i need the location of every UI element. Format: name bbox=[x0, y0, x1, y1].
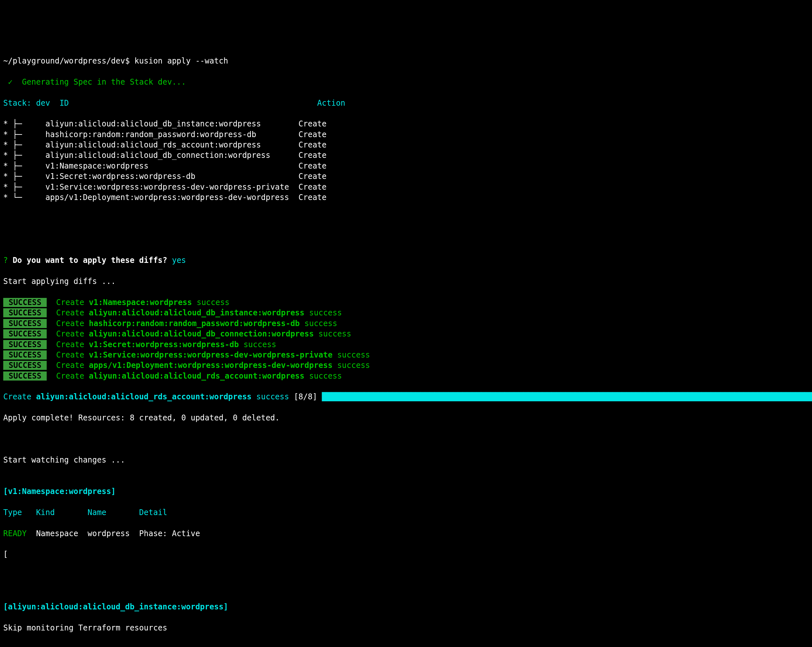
plan-row: * ├─ v1:Secret:wordpress:wordpress-db Cr… bbox=[3, 171, 809, 181]
success-badge: SUCCESS bbox=[3, 298, 47, 307]
success-badge: SUCCESS bbox=[3, 371, 47, 381]
table-row: READY Namespace wordpress Phase: Active bbox=[3, 528, 809, 539]
plan-row: * └─ apps/v1:Deployment:wordpress:wordpr… bbox=[3, 192, 809, 202]
generating-line: ✓ Generating Spec in the Stack dev... bbox=[3, 77, 809, 87]
success-rows: SUCCESS Create v1:Namespace:wordpress su… bbox=[3, 297, 809, 381]
success-row: SUCCESS Create v1:Secret:wordpress:wordp… bbox=[3, 339, 809, 350]
blank bbox=[3, 234, 809, 245]
prompt: ~/playground/wordpress/dev$ bbox=[3, 56, 134, 65]
section-title: [aliyun:alicloud:alicloud_db_instance:wo… bbox=[3, 601, 809, 612]
command: kusion apply --watch bbox=[134, 56, 228, 65]
success-row: SUCCESS Create v1:Namespace:wordpress su… bbox=[3, 297, 809, 308]
blank bbox=[3, 213, 809, 224]
prompt-line: ~/playground/wordpress/dev$ kusion apply… bbox=[3, 56, 809, 66]
plan-row: * ├─ aliyun:alicloud:alicloud_db_instanc… bbox=[3, 119, 809, 129]
plan-row: * ├─ aliyun:alicloud:alicloud_db_connect… bbox=[3, 150, 809, 160]
section-title: [v1:Namespace:wordpress] bbox=[3, 486, 809, 496]
plan-rows: * ├─ aliyun:alicloud:alicloud_db_instanc… bbox=[3, 119, 809, 202]
progress-bar: ████████████████████████████████████████… bbox=[322, 392, 812, 401]
plan-row: * ├─ aliyun:alicloud:alicloud_rds_accoun… bbox=[3, 140, 809, 150]
skip-msg: Skip monitoring Terraform resources bbox=[3, 623, 809, 633]
terminal[interactable]: ~/playground/wordpress/dev$ kusion apply… bbox=[3, 46, 809, 647]
success-row: SUCCESS Create v1:Service:wordpress:word… bbox=[3, 350, 809, 360]
success-row: SUCCESS Create aliyun:alicloud:alicloud_… bbox=[3, 308, 809, 318]
table-header: Type Kind Name Detail bbox=[3, 507, 809, 518]
id-label: ID bbox=[50, 99, 69, 108]
success-badge: SUCCESS bbox=[3, 350, 47, 359]
success-badge: SUCCESS bbox=[3, 319, 47, 328]
final-status: Create aliyun:alicloud:alicloud_rds_acco… bbox=[3, 391, 809, 402]
confirm: ? Do you want to apply these diffs? yes bbox=[3, 255, 809, 265]
stack-label: Stack: dev bbox=[3, 99, 50, 108]
success-badge: SUCCESS bbox=[3, 308, 47, 317]
plan-row: * ├─ v1:Namespace:wordpress Create bbox=[3, 161, 809, 171]
start-apply: Start applying diffs ... bbox=[3, 276, 809, 286]
success-badge: SUCCESS bbox=[3, 361, 47, 370]
success-row: SUCCESS Create aliyun:alicloud:alicloud_… bbox=[3, 371, 809, 381]
success-row: SUCCESS Create hashicorp:random:random_p… bbox=[3, 318, 809, 329]
apply-complete: Apply complete! Resources: 8 created, 0 … bbox=[3, 413, 809, 423]
success-row: SUCCESS Create apps/v1:Deployment:wordpr… bbox=[3, 360, 809, 370]
plan-header: Stack: dev ID Action bbox=[3, 98, 809, 108]
success-row: SUCCESS Create aliyun:alicloud:alicloud_… bbox=[3, 329, 809, 339]
action-label: Action bbox=[69, 99, 345, 108]
success-badge: SUCCESS bbox=[3, 329, 47, 338]
blank bbox=[3, 570, 809, 580]
watch-start: Start watching changes ... bbox=[3, 455, 809, 465]
plan-row: * ├─ v1:Service:wordpress:wordpress-dev-… bbox=[3, 182, 809, 192]
blank bbox=[3, 644, 809, 647]
blank bbox=[3, 434, 809, 444]
plan-row: * ├─ hashicorp:random:random_password:wo… bbox=[3, 129, 809, 140]
bracket: [ bbox=[3, 549, 809, 559]
success-badge: SUCCESS bbox=[3, 340, 47, 349]
